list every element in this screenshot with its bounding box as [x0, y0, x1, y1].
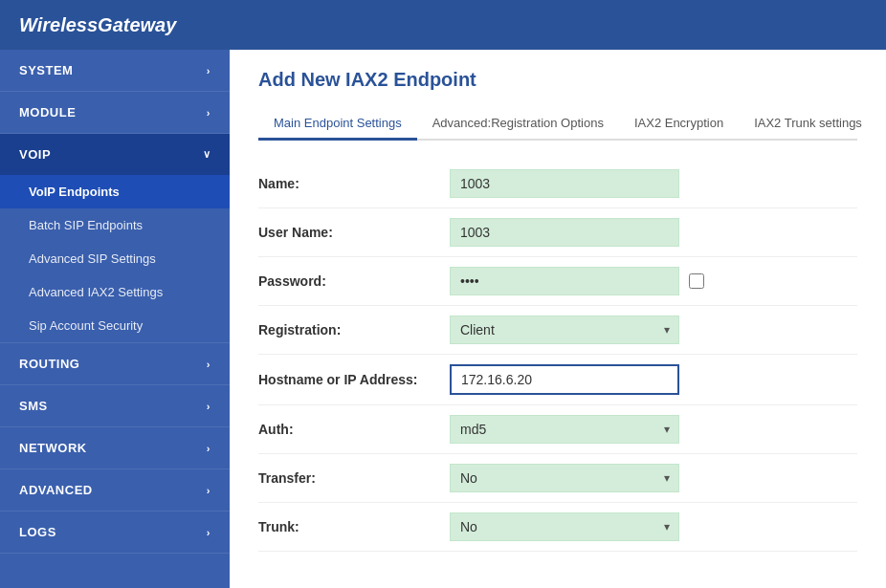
sidebar-label-advanced: ADVANCED: [19, 483, 93, 497]
sidebar-sub-label-voip-endpoints: VoIP Endpoints: [29, 185, 120, 199]
chevron-right-icon: ›: [207, 485, 210, 496]
sidebar-section-voip: VOIP ∨ VoIP Endpoints Batch SIP Endpoint…: [0, 134, 230, 343]
select-transfer[interactable]: No Yes: [450, 464, 679, 492]
select-wrapper-auth: md5 plaintext rsa: [450, 415, 679, 444]
select-wrapper-trunk: No Yes: [450, 512, 679, 541]
label-username: User Name:: [258, 225, 450, 240]
label-registration: Registration:: [258, 322, 450, 338]
select-trunk[interactable]: No Yes: [450, 512, 679, 541]
app-title: WirelessGateway: [19, 14, 176, 36]
sidebar-label-logs: LOGS: [19, 525, 56, 539]
sidebar-sub-label-batch-sip: Batch SIP Endpoints: [29, 218, 143, 232]
password-show-checkbox[interactable]: [689, 273, 704, 289]
sidebar-label-network: NETWORK: [19, 441, 87, 455]
sidebar-sub-label-sip-account: Sip Account Security: [29, 318, 143, 333]
label-auth: Auth:: [258, 422, 450, 437]
form-row-registration: Registration: Client Server None: [258, 306, 857, 355]
form-row-password: Password:: [258, 257, 857, 306]
main-content: Add New IAX2 Endpoint Main Endpoint Sett…: [230, 50, 886, 588]
sidebar-section-advanced: ADVANCED ›: [0, 469, 230, 512]
sidebar-section-system: SYSTEM ›: [0, 50, 230, 92]
label-password: Password:: [258, 273, 450, 289]
endpoint-form: Name: User Name: Password: Registration:…: [258, 160, 857, 552]
tab-bar: Main Endpoint Settings Advanced:Registra…: [258, 108, 857, 141]
sidebar: SYSTEM › MODULE › VOIP ∨ VoIP Endpoints …: [0, 50, 230, 588]
sidebar-sub-item-advanced-iax2[interactable]: Advanced IAX2 Settings: [0, 275, 230, 309]
sidebar-item-logs[interactable]: LOGS ›: [0, 512, 230, 553]
tab-iax2-encryption[interactable]: IAX2 Encryption: [619, 108, 739, 141]
sidebar-item-module[interactable]: MODULE ›: [0, 92, 230, 133]
sidebar-sub-label-advanced-sip: Advanced SIP Settings: [29, 251, 156, 266]
select-wrapper-registration: Client Server None: [450, 316, 679, 344]
input-username[interactable]: [450, 218, 679, 247]
label-transfer: Transfer:: [258, 470, 450, 486]
form-row-username: User Name:: [258, 208, 857, 257]
sidebar-item-routing[interactable]: ROUTING ›: [0, 343, 230, 384]
sidebar-label-system: SYSTEM: [19, 63, 73, 77]
sidebar-sub-item-batch-sip[interactable]: Batch SIP Endpoints: [0, 208, 230, 242]
sidebar-sub-item-advanced-sip[interactable]: Advanced SIP Settings: [0, 242, 230, 275]
sidebar-item-sms[interactable]: SMS ›: [0, 385, 230, 426]
sidebar-item-network[interactable]: NETWORK ›: [0, 427, 230, 468]
sidebar-section-logs: LOGS ›: [0, 512, 230, 554]
chevron-right-icon: ›: [207, 65, 210, 76]
chevron-right-icon: ›: [207, 527, 210, 538]
sidebar-section-sms: SMS ›: [0, 385, 230, 427]
form-row-name: Name:: [258, 160, 857, 208]
chevron-right-icon: ›: [207, 107, 210, 119]
chevron-down-icon: ∨: [203, 148, 211, 161]
sidebar-section-module: MODULE ›: [0, 92, 230, 134]
sidebar-item-system[interactable]: SYSTEM ›: [0, 50, 230, 91]
sidebar-label-voip: VOIP: [19, 147, 51, 162]
sidebar-sub-item-sip-account[interactable]: Sip Account Security: [0, 309, 230, 342]
sidebar-section-network: NETWORK ›: [0, 427, 230, 469]
input-password[interactable]: [450, 267, 679, 295]
sidebar-label-sms: SMS: [19, 399, 48, 413]
label-hostname: Hostname or IP Address:: [258, 372, 450, 387]
chevron-right-icon: ›: [207, 443, 210, 454]
sidebar-item-advanced[interactable]: ADVANCED ›: [0, 469, 230, 511]
sidebar-item-voip[interactable]: VOIP ∨: [0, 134, 230, 175]
sidebar-sub-item-voip-endpoints[interactable]: VoIP Endpoints: [0, 175, 230, 208]
label-name: Name:: [258, 176, 450, 191]
form-row-trunk: Trunk: No Yes: [258, 503, 857, 552]
form-row-hostname: Hostname or IP Address:: [258, 355, 857, 405]
sidebar-sub-label-advanced-iax2: Advanced IAX2 Settings: [29, 285, 163, 299]
select-auth[interactable]: md5 plaintext rsa: [450, 415, 679, 444]
label-trunk: Trunk:: [258, 519, 450, 534]
tab-advanced-registration[interactable]: Advanced:Registration Options: [417, 108, 619, 141]
tab-main-endpoint[interactable]: Main Endpoint Settings: [258, 108, 417, 141]
sidebar-section-routing: ROUTING ›: [0, 343, 230, 385]
page-title: Add New IAX2 Endpoint: [258, 69, 857, 91]
tab-iax2-trunk[interactable]: IAX2 Trunk settings: [739, 108, 877, 141]
sidebar-label-module: MODULE: [19, 105, 76, 120]
chevron-right-icon: ›: [207, 359, 210, 370]
select-registration[interactable]: Client Server None: [450, 316, 679, 344]
form-row-transfer: Transfer: No Yes: [258, 454, 857, 503]
input-name[interactable]: [450, 169, 679, 198]
input-hostname[interactable]: [450, 364, 679, 395]
sidebar-label-routing: ROUTING: [19, 357, 79, 371]
chevron-right-icon: ›: [207, 401, 210, 412]
form-row-auth: Auth: md5 plaintext rsa: [258, 405, 857, 454]
app-header: WirelessGateway: [0, 0, 886, 50]
select-wrapper-transfer: No Yes: [450, 464, 679, 492]
